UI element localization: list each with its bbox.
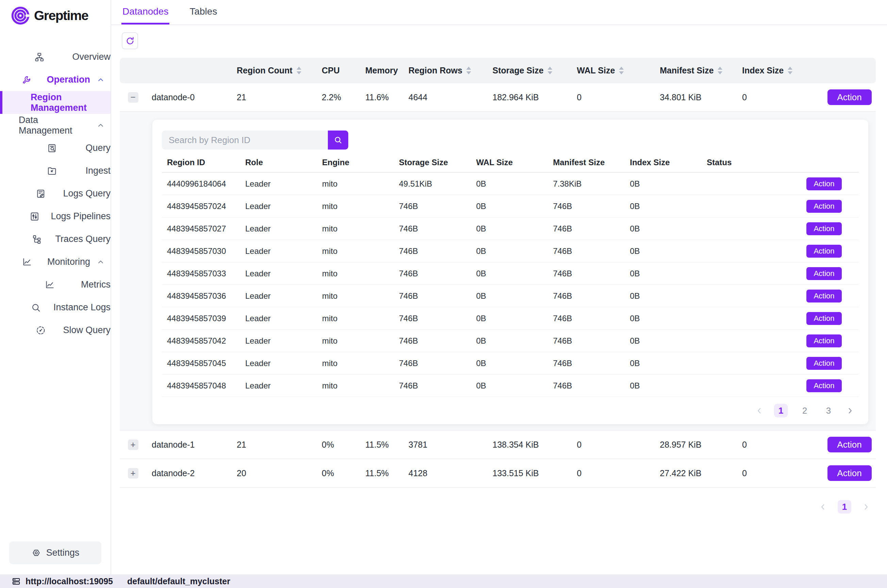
chevron-left-icon [818,502,827,512]
chart-line-icon [13,257,41,267]
sidebar-item-label: Query [86,143,111,153]
greptime-logo-icon [10,6,31,26]
region-action-button[interactable]: Action [806,357,842,370]
region-action-button[interactable]: Action [806,290,842,303]
sidebar-item-slow-query[interactable]: Slow Query [0,319,111,342]
sort-icon[interactable] [296,67,301,74]
engine-cell: mito [317,381,394,390]
tab-label: Datanodes [122,6,168,17]
region-action-button[interactable]: Action [806,334,842,347]
role-cell: Leader [240,358,317,368]
region-row: 4483945857042 Leader mito 746B 0B 746B 0… [162,330,859,352]
chevron-up-icon[interactable] [96,75,105,84]
sidebar-item-instance-logs[interactable]: Instance Logs [0,296,111,319]
sidebar-item-traces-query[interactable]: Traces Query [0,228,111,250]
index-size-cell: 0B [625,246,702,256]
wal-size-cell: 0B [471,336,548,346]
sidebar-item-region-management[interactable]: Region Management [0,91,111,114]
refresh-icon [125,36,135,46]
collapse-button[interactable]: − [128,92,138,103]
region-id-cell: 4483945857024 [162,201,240,211]
column-header-wal-size: WAL Size [471,158,548,167]
column-header-wal-size: WAL Size [575,66,658,75]
manifest-size-cell: 746B [548,201,625,211]
datanode-action-button[interactable]: Action [827,465,872,481]
role-cell: Leader [240,336,317,346]
sidebar-item-overview[interactable]: Overview [0,45,111,68]
sidebar-group-operation[interactable]: Operation [0,68,111,91]
sitemap-icon [13,52,66,62]
pagination-page-1[interactable]: 1 [838,500,851,514]
region-id-cell: 4483945857048 [162,381,240,390]
region-rows-cell: 4128 [406,468,490,478]
column-header-engine: Engine [317,158,394,167]
sidebar-group-monitoring[interactable]: Monitoring [0,250,111,273]
memory-cell: 11.5% [363,440,406,450]
datanode-action-button[interactable]: Action [827,89,872,105]
storage-size-cell: 746B [394,269,471,278]
sidebar-group-data-management[interactable]: Data Management [0,114,111,136]
manifest-size-cell: 746B [548,336,625,346]
sort-icon[interactable] [718,67,722,74]
region-action-button[interactable]: Action [806,312,842,325]
pagination-page-2[interactable]: 2 [798,404,812,417]
engine-cell: mito [317,201,394,211]
expand-button[interactable]: + [128,468,138,478]
column-header-storage-size: Storage Size [394,158,471,167]
expand-button[interactable]: + [128,440,138,450]
brand-logo: Greptime [10,6,111,26]
pagination-page-3[interactable]: 3 [822,404,835,417]
sidebar-item-query[interactable]: Query [0,136,111,159]
tab-tables[interactable]: Tables [188,0,218,24]
sort-icon[interactable] [547,67,552,74]
datanodes-table: Region Count CPU Memory Region Rows Stor… [120,58,876,514]
region-id-cell: 4483945857030 [162,246,240,256]
region-action-button[interactable]: Action [806,200,842,213]
pagination-next-button[interactable] [845,406,855,416]
region-action-button[interactable]: Action [806,245,842,258]
role-cell: Leader [240,179,317,189]
sort-icon[interactable] [466,67,471,74]
region-row: 4483945857039 Leader mito 746B 0B 746B 0… [162,307,859,330]
refresh-button[interactable] [122,32,138,49]
sidebar-item-metrics[interactable]: Metrics [0,273,111,296]
folder-import-icon [24,166,79,176]
region-search-input[interactable] [162,130,328,150]
pagination-page-1[interactable]: 1 [774,404,788,417]
region-action-button[interactable]: Action [806,177,842,190]
storage-size-cell: 746B [394,201,471,211]
index-size-cell: 0 [740,440,823,450]
chevron-up-icon[interactable] [96,258,105,267]
memory-cell: 11.6% [363,93,406,102]
engine-cell: mito [317,358,394,368]
column-header-cpu: CPU [320,66,363,75]
pagination-prev-button[interactable] [818,502,827,512]
index-size-cell: 0B [625,269,702,278]
engine-cell: mito [317,291,394,301]
pagination-prev-button[interactable] [755,406,764,416]
sort-icon[interactable] [619,67,624,74]
sort-icon[interactable] [788,67,792,74]
manifest-size-cell: 28.957 KiB [658,440,740,450]
chevron-up-icon[interactable] [96,121,105,130]
cpu-cell: 0% [320,440,363,450]
sidebar-item-logs-query[interactable]: Logs Query [0,182,111,205]
index-size-cell: 0 [740,93,823,102]
sidebar-item-ingest[interactable]: Ingest [0,159,111,182]
wal-size-cell: 0B [471,314,548,323]
region-action-button[interactable]: Action [806,379,842,392]
manifest-size-cell: 746B [548,224,625,234]
region-row: 4483945857033 Leader mito 746B 0B 746B 0… [162,262,859,285]
datanode-action-button[interactable]: Action [827,437,872,452]
settings-button[interactable]: Settings [9,542,101,564]
tab-datanodes[interactable]: Datanodes [122,0,169,24]
pagination-next-button[interactable] [861,502,870,512]
wal-size-cell: 0B [471,224,548,234]
region-action-button[interactable]: Action [806,222,842,235]
storage-size-cell: 746B [394,224,471,234]
sidebar-item-logs-pipelines[interactable]: Logs Pipelines [0,205,111,228]
column-header-region-count: Region Count [235,66,320,75]
region-action-button[interactable]: Action [806,267,842,280]
region-search-button[interactable] [328,130,348,150]
column-header-index-size: Index Size [625,158,702,167]
